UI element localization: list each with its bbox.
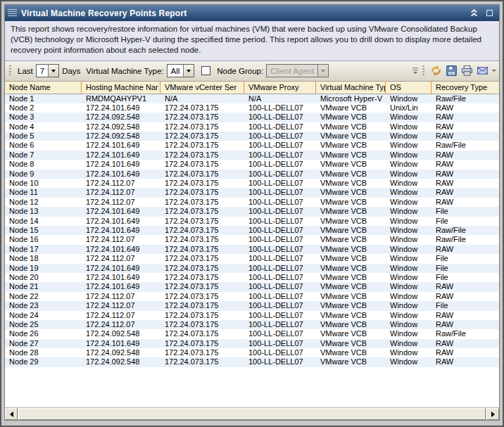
toolbar-overflow-button[interactable] [412,68,418,74]
cell-vmware-proxy: 100-LL-DELL07 [244,282,316,291]
table-row[interactable]: Node 19 172.24.101.649 172.24.073.175 10… [5,264,499,273]
cell-hosting-machine-name: 172.24.101.649 [82,151,160,160]
table-row[interactable]: Node 9 172.24.101.649 172.24.073.175 100… [5,170,499,179]
cell-vmware-vcenter-server: 172.24.073.175 [160,103,244,113]
table-row[interactable]: Node 4 172.24.092.548 172.24.073.175 100… [5,122,499,132]
print-button[interactable] [460,64,474,78]
maximize-icon[interactable] [484,8,495,19]
column-header-virtual-machine-type[interactable]: Virtual Machine Typ [316,82,386,94]
cell-node-name: Node 20 [5,273,82,282]
cell-vmware-proxy: 100-LL-DELL07 [244,207,316,216]
cell-os: Window [386,320,431,329]
cell-os: Window [386,348,431,357]
cell-virtual-machine-type: VMware VCB [316,179,386,188]
cell-vmware-vcenter-server: 172.24.073.175 [160,113,244,122]
table-row[interactable]: Node 26 172.24.092.548 172.24.073.175 10… [5,329,499,338]
refresh-icon [430,65,442,77]
table-row[interactable]: Node 13 172.24.101.649 172.24.073.175 10… [5,207,499,216]
days-select-dropdown-button[interactable] [48,65,58,77]
cell-virtual-machine-type: VMware VCB [316,160,386,169]
email-button[interactable] [475,64,489,78]
vm-type-select-dropdown-button[interactable] [183,65,194,77]
table-row[interactable]: Node 12 172.24.112.07 172.24.073.175 100… [5,198,499,207]
table-row[interactable]: Node 14 172.24.101.649 172.24.073.175 10… [5,217,499,226]
refresh-button[interactable] [429,64,443,78]
window-title: Virtual Machine Recovery Points Report [21,8,464,18]
table-row[interactable]: Node 5 172.24.092.548 172.24.073.175 100… [5,132,499,141]
cell-vmware-proxy: 100-LL-DELL07 [244,357,316,367]
cell-node-name: Node 14 [5,217,82,226]
cell-virtual-machine-type: VMware VCB [316,339,386,348]
collapse-icon[interactable] [468,8,479,19]
save-button[interactable] [444,64,458,78]
column-header-hosting-machine-name[interactable]: Hosting Machine Nar [82,82,160,94]
column-header-os[interactable]: OS [386,82,431,94]
scroll-left-button[interactable] [5,408,18,420]
cell-node-name: Node 8 [5,160,82,169]
table-row[interactable]: Node 16 172.24.112.07 172.24.073.175 100… [5,235,499,244]
column-header-vmware-proxy[interactable]: VMware Proxy [244,82,316,94]
cell-vmware-vcenter-server: 172.24.073.175 [160,207,244,216]
cell-os: Window [386,311,431,320]
table-row[interactable]: Node 10 172.24.112.07 172.24.073.175 100… [5,179,499,188]
table-row[interactable]: Node 24 172.24.112.07 172.24.073.175 100… [5,311,499,320]
cell-hosting-machine-name: 172.24.101.649 [82,282,160,291]
column-header-node-name[interactable]: Node Name [5,82,82,94]
cell-node-name: Node 17 [5,245,82,254]
table-row[interactable]: Node 1 RMDMQAHYPV1 N/A N/A Microsoft Hyp… [5,94,499,103]
window-menu-icon[interactable] [8,9,17,17]
table-row[interactable]: Node 29 172.24.092.548 172.24.073.175 10… [5,357,499,367]
cell-vmware-proxy: 100-LL-DELL07 [244,170,316,179]
cell-os: Window [386,264,431,273]
cell-recovery-type: File [431,254,499,263]
table-row[interactable]: Node 25 172.24.112.07 172.24.073.175 100… [5,320,499,329]
table-row[interactable]: Node 18 172.24.112.07 172.24.073.175 100… [5,254,499,263]
days-select[interactable]: 7 [36,64,59,77]
table-row[interactable]: Node 17 172.24.101.649 172.24.073.175 10… [5,245,499,254]
column-header-vmware-vcenter-server[interactable]: VMware vCenter Ser [160,82,244,94]
email-icon [477,65,489,77]
icon-group-overflow-icon[interactable] [492,70,496,72]
table-row[interactable]: Node 27 172.24.101.649 172.24.073.175 10… [5,339,499,348]
cell-vmware-proxy: 100-LL-DELL07 [244,188,316,197]
cell-vmware-proxy: 100-LL-DELL07 [244,329,316,338]
cell-node-name: Node 27 [5,339,82,348]
cell-os: Window [386,170,431,179]
table-row[interactable]: Node 21 172.24.101.649 172.24.073.175 10… [5,282,499,291]
cell-vmware-proxy: N/A [244,94,316,103]
cell-os: Window [386,282,431,291]
cell-vmware-vcenter-server: 172.24.073.175 [160,132,244,141]
cell-vmware-vcenter-server: 172.24.073.175 [160,151,244,160]
table-row[interactable]: Node 15 172.24.101.649 172.24.073.175 10… [5,226,499,235]
table-row[interactable]: Node 22 172.24.112.07 172.24.073.175 100… [5,292,499,301]
cell-virtual-machine-type: VMware VCB [316,348,386,357]
cell-node-name: Node 5 [5,132,82,141]
table-row[interactable]: Node 2 172.24.101.649 172.24.073.175 100… [5,103,499,113]
horizontal-scrollbar[interactable] [5,407,499,420]
table-row[interactable]: Node 8 172.24.101.649 172.24.073.175 100… [5,160,499,169]
cell-virtual-machine-type: VMware VCB [316,311,386,320]
scroll-right-button[interactable] [486,408,499,420]
table-row[interactable]: Node 23 172.24.112.07 172.24.073.175 100… [5,301,499,310]
node-group-checkbox[interactable] [201,66,210,75]
table-row[interactable]: Node 20 172.24.101.649 172.24.073.175 10… [5,273,499,282]
vm-type-select[interactable]: All [167,64,195,77]
vm-type-select-value: All [168,65,184,77]
table-row[interactable]: Node 28 172.24.092.548 172.24.073.175 10… [5,348,499,357]
column-header-recovery-type[interactable]: Recovery Type [431,82,499,94]
cell-vmware-proxy: 100-LL-DELL07 [244,132,316,141]
table-row[interactable]: Node 11 172.24.112.07 172.24.073.175 100… [5,188,499,197]
triangle-left-icon [10,412,13,417]
table-header-row: Node Name Hosting Machine Nar VMware vCe… [5,82,499,94]
cell-vmware-vcenter-server: 172.24.073.175 [160,188,244,197]
icon-group-grip-icon[interactable] [422,65,424,77]
cell-virtual-machine-type: VMware VCB [316,151,386,160]
table-row[interactable]: Node 7 172.24.101.649 172.24.073.175 100… [5,151,499,160]
table-row[interactable]: Node 3 172.24.092.548 172.24.073.175 100… [5,113,499,122]
hscrollbar-thumb[interactable] [18,408,486,420]
toolbar-grip-icon[interactable] [9,65,11,77]
cell-hosting-machine-name: 172.24.101.649 [82,217,160,226]
cell-os: Window [386,339,431,348]
cell-recovery-type: Raw/File [431,141,499,150]
table-row[interactable]: Node 6 172.24.101.649 172.24.073.175 100… [5,141,499,150]
